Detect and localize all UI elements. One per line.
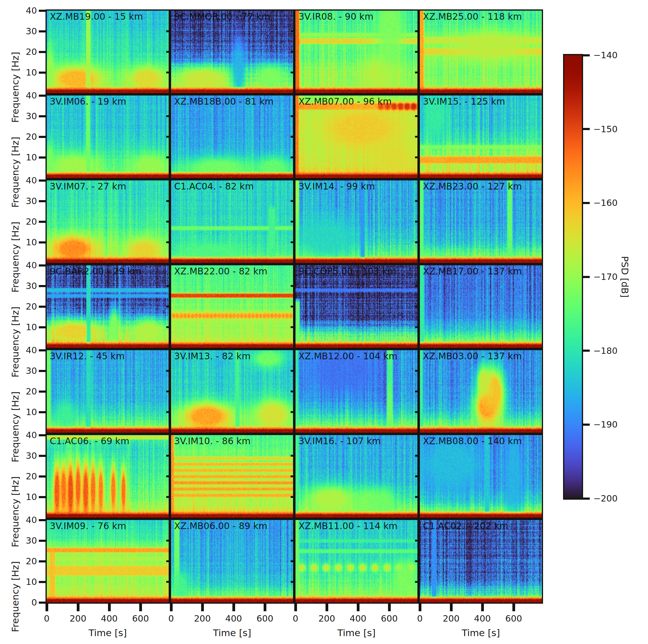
y-tick-label: 30 — [13, 451, 37, 461]
y-tick-label: 40 — [13, 515, 37, 525]
spectrogram-panel: 3V.IM09. - 76 km — [46, 519, 170, 604]
y-tick — [39, 221, 46, 223]
y-tick-label: 40 — [13, 91, 37, 101]
x-tick — [201, 604, 204, 611]
colorbar-tick-label: −150 — [593, 124, 618, 134]
colorbar-tick — [583, 128, 590, 130]
y-tick — [39, 475, 46, 477]
y-tick-minor — [291, 30, 294, 32]
x-tick — [108, 604, 111, 611]
spectrogram-canvas — [295, 265, 418, 348]
y-tick-minor — [291, 115, 294, 117]
spectrogram-panel: C1.AC04. - 82 km — [170, 179, 294, 264]
y-tick-minor — [166, 581, 170, 583]
spectrogram-canvas — [171, 520, 293, 602]
spectrogram-panel: 3V.IM07. - 27 km — [46, 179, 170, 264]
x-tick — [77, 604, 79, 611]
spectrogram-panel: 3V.IR12. - 45 km — [46, 349, 170, 434]
x-axis-label: Time [s] — [170, 627, 294, 638]
spectrogram-canvas — [295, 180, 418, 263]
y-tick-minor — [415, 115, 419, 117]
y-tick — [39, 265, 46, 267]
spectrogram-canvas — [171, 96, 293, 178]
y-tick-minor — [415, 30, 419, 32]
panel-title: 3V.IM13. - 82 km — [174, 351, 251, 361]
spectrogram-panel: XZ.MB18B.00 - 81 km — [170, 94, 294, 179]
x-tick-label: 400 — [464, 613, 500, 624]
x-tick-label: 200 — [433, 613, 469, 624]
colorbar-tick-label: −190 — [593, 419, 618, 430]
panel-title: XZ.MB07.00 - 96 km — [299, 96, 392, 107]
panel-title: XZ.MB18B.00 - 81 km — [174, 96, 274, 107]
spectrogram-panel: 9C.MMOR.00 - 77 km — [170, 9, 294, 94]
spectrogram-canvas — [47, 435, 169, 518]
spectrogram-canvas — [47, 96, 169, 178]
x-tick-label: 200 — [60, 613, 96, 624]
spectrogram-canvas — [295, 435, 418, 518]
spectrogram-panel: XZ.MB07.00 - 96 km — [294, 94, 419, 179]
spectrogram-figure: XZ.MB19.00 - 15 km9C.MMOR.00 - 77 km3V.I… — [0, 0, 648, 644]
y-tick-minor — [415, 200, 419, 202]
spectrogram-canvas — [171, 435, 293, 518]
x-tick — [139, 604, 142, 611]
y-tick — [39, 136, 46, 138]
spectrogram-panel: XZ.MB08.00 - 140 km — [419, 434, 543, 519]
y-tick — [39, 51, 46, 53]
panel-title: XZ.MB25.00 - 118 km — [423, 11, 522, 22]
y-tick-label: 10 — [13, 67, 37, 78]
spectrogram-panel: 3V.IM10. - 86 km — [170, 434, 294, 519]
colorbar — [563, 54, 583, 500]
panel-title: 3V.IM07. - 27 km — [50, 181, 126, 192]
y-tick-label: 10 — [13, 322, 37, 332]
y-tick — [39, 411, 46, 413]
colorbar-canvas — [564, 55, 582, 499]
spectrogram-canvas — [420, 350, 542, 433]
y-tick-minor — [166, 455, 170, 457]
spectrogram-panel: 3V.IM13. - 82 km — [170, 349, 294, 434]
y-tick-minor — [291, 496, 294, 498]
colorbar-tick-label: −170 — [593, 272, 618, 282]
y-tick-label: 10 — [13, 577, 37, 587]
y-tick-minor — [415, 306, 419, 307]
panel-title: XZ.MB06.00 - 89 km — [174, 521, 267, 531]
spectrogram-canvas — [171, 11, 293, 93]
y-tick-label: 20 — [13, 301, 37, 312]
x-tick — [450, 604, 453, 611]
spectrogram-panel: XZ.MB23.00 - 127 km — [419, 179, 543, 264]
colorbar-tick-label: −140 — [593, 50, 618, 60]
panel-title: C1.AC06. - 69 km — [50, 436, 129, 446]
y-tick-minor — [166, 200, 170, 202]
y-tick-minor — [291, 540, 294, 541]
x-tick — [388, 604, 391, 611]
x-tick — [357, 604, 360, 611]
x-tick — [419, 604, 421, 611]
y-tick-minor — [415, 496, 419, 498]
spectrogram-canvas — [47, 265, 169, 348]
y-tick — [39, 434, 46, 436]
y-tick-minor — [166, 71, 170, 73]
colorbar-tick-label: −200 — [593, 493, 618, 504]
y-tick-label: 10 — [13, 237, 37, 247]
x-tick-label: 0 — [29, 613, 65, 624]
y-tick-minor — [291, 221, 294, 223]
x-tick — [326, 604, 328, 611]
spectrogram-panel: C1.AC02. - 202 km — [419, 519, 543, 604]
panel-title: 9C.BAR2.00 - 29 km — [50, 266, 142, 277]
spectrogram-panel: XZ.MB12.00 - 104 km — [294, 349, 419, 434]
y-tick — [39, 370, 46, 372]
spectrogram-canvas — [47, 11, 169, 93]
x-tick — [264, 604, 266, 611]
spectrogram-panel: 9C.COP5.00 - 103 km — [294, 264, 419, 349]
y-tick-minor — [166, 370, 170, 372]
y-tick-minor — [291, 306, 294, 307]
x-tick-label: 400 — [91, 613, 127, 624]
panel-title: 3V.IM09. - 76 km — [50, 521, 126, 531]
colorbar-tick — [583, 497, 590, 500]
y-tick-minor — [291, 51, 294, 53]
x-tick-label: 600 — [495, 613, 532, 624]
y-tick-label: 20 — [13, 556, 37, 566]
y-tick-minor — [291, 200, 294, 202]
y-tick — [39, 326, 46, 328]
spectrogram-canvas — [47, 350, 169, 433]
spectrogram-canvas — [171, 265, 293, 348]
